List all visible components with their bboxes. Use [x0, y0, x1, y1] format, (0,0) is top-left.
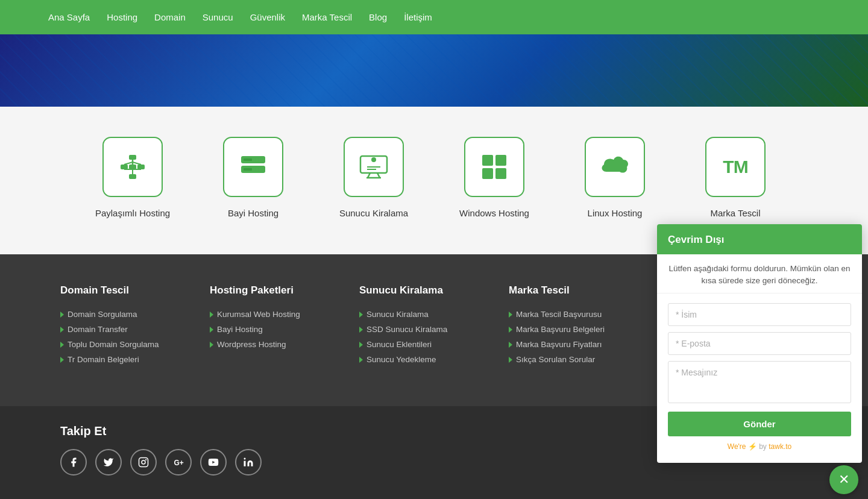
- service-paylasimli[interactable]: Paylaşımlı Hosting: [72, 137, 193, 218]
- svg-point-14: [255, 158, 259, 162]
- chat-message-input[interactable]: [668, 361, 851, 403]
- svg-rect-28: [482, 168, 493, 179]
- social-googleplus[interactable]: G+: [165, 449, 192, 475]
- chat-name-input[interactable]: [668, 303, 851, 326]
- footer-col-domain-title: Domain Tescil: [60, 284, 210, 297]
- tm-label: TM: [723, 157, 747, 177]
- svg-rect-18: [244, 168, 252, 171]
- service-icon-tm: TM: [705, 137, 766, 197]
- service-bayi[interactable]: Bayi Hosting: [193, 137, 313, 218]
- chat-close-button[interactable]: ✕: [829, 465, 858, 494]
- footer-link-domain-4[interactable]: Tr Domain Belgeleri: [60, 355, 210, 364]
- service-icon-cloud: [585, 137, 645, 197]
- svg-point-31: [142, 460, 145, 464]
- footer-col-marka: Marka Tescil Marka Tescil Başvurusu Mark…: [509, 284, 658, 370]
- service-label-windows: Windows Hosting: [459, 208, 529, 218]
- svg-rect-2: [129, 165, 136, 169]
- social-youtube[interactable]: [200, 449, 227, 475]
- footer-link-sunucu-4[interactable]: Sunucu Yedekleme: [359, 355, 509, 364]
- chat-email-input[interactable]: [668, 332, 851, 355]
- svg-point-16: [255, 168, 259, 171]
- chat-widget: Çevrim Dışı Lütfen aşağıdaki formu doldu…: [657, 224, 862, 463]
- nav-guvenlik[interactable]: Güvenlik: [250, 12, 285, 22]
- footer-link-domain-3[interactable]: Toplu Domain Sorgulama: [60, 340, 210, 349]
- footer-col-domain-links: Domain Sorgulama Domain Transfer Toplu D…: [60, 310, 210, 364]
- footer-link-marka-1[interactable]: Marka Tescil Başvurusu: [509, 310, 658, 319]
- nav-blog[interactable]: Blog: [369, 12, 387, 22]
- svg-point-36: [244, 458, 246, 460]
- footer-link-hosting-1[interactable]: Kurumsal Web Hosting: [210, 310, 359, 319]
- nav-sunucu[interactable]: Sunucu: [203, 12, 233, 22]
- social-twitter[interactable]: [95, 449, 122, 475]
- footer-col-sunucu: Sunucu Kiralama Sunucu Kiralama SSD Sunu…: [359, 284, 509, 370]
- social-instagram[interactable]: [130, 449, 157, 475]
- service-icon-server: [223, 137, 283, 197]
- footer-col-hosting: Hosting Paketleri Kurumsal Web Hosting B…: [210, 284, 359, 370]
- footer-col-domain: Domain Tescil Domain Sorgulama Domain Tr…: [60, 284, 210, 370]
- svg-point-13: [260, 158, 263, 162]
- footer-col-sunucu-title: Sunucu Kiralama: [359, 284, 509, 297]
- svg-point-23: [371, 157, 376, 162]
- footer-link-marka-2[interactable]: Marka Başvuru Belgeleri: [509, 325, 658, 334]
- nav-domain[interactable]: Domain: [154, 12, 186, 22]
- chat-header: Çevrim Dışı: [657, 224, 862, 254]
- svg-rect-26: [482, 155, 493, 166]
- svg-line-6: [133, 162, 141, 165]
- tawk-lightning: ⚡: [748, 442, 757, 451]
- svg-rect-9: [129, 174, 136, 179]
- svg-rect-30: [139, 458, 148, 467]
- footer-link-domain-2[interactable]: Domain Transfer: [60, 325, 210, 334]
- svg-point-15: [260, 168, 263, 171]
- footer-col-marka-links: Marka Tescil Başvurusu Marka Başvuru Bel…: [509, 310, 658, 364]
- service-icon-monitor: [344, 137, 404, 197]
- footer-link-hosting-2[interactable]: Bayi Hosting: [210, 325, 359, 334]
- service-windows[interactable]: Windows Hosting: [434, 137, 555, 218]
- chat-send-button[interactable]: Gönder: [668, 412, 851, 436]
- nav-marka[interactable]: Marka Tescil: [302, 12, 352, 22]
- social-linkedin[interactable]: [235, 449, 262, 475]
- service-label-paylasimli: Paylaşımlı Hosting: [95, 208, 170, 218]
- service-label-marka: Marka Tescil: [710, 208, 760, 218]
- svg-rect-3: [137, 165, 145, 169]
- service-icon-windows: [464, 137, 524, 197]
- chat-tawk-attribution: We're ⚡ by tawk.to: [668, 442, 851, 457]
- footer-link-domain-1[interactable]: Domain Sorgulama: [60, 310, 210, 319]
- footer-link-marka-4[interactable]: Sıkça Sorulan Sorular: [509, 355, 658, 364]
- svg-text:G+: G+: [174, 459, 184, 467]
- chat-subtext: Lütfen aşağıdaki formu doldurun. Mümkün …: [657, 254, 862, 294]
- footer-col-hosting-links: Kurumsal Web Hosting Bayi Hosting Wordpr…: [210, 310, 359, 349]
- footer-link-sunucu-1[interactable]: Sunucu Kiralama: [359, 310, 509, 319]
- nav-home[interactable]: Ana Sayfa: [48, 12, 90, 22]
- service-icon-network: [102, 137, 163, 197]
- svg-rect-35: [244, 461, 246, 466]
- footer-col-hosting-title: Hosting Paketleri: [210, 284, 359, 297]
- svg-rect-29: [495, 168, 506, 179]
- service-sunucu[interactable]: Sunucu Kiralama: [313, 137, 434, 218]
- svg-rect-17: [244, 158, 252, 161]
- service-marka[interactable]: TM Marka Tescil: [675, 137, 796, 218]
- service-label-bayi: Bayi Hosting: [228, 208, 278, 218]
- footer-col-marka-title: Marka Tescil: [509, 284, 658, 297]
- service-linux[interactable]: Linux Hosting: [555, 137, 675, 218]
- nav-iletisim[interactable]: İletişim: [404, 12, 432, 22]
- svg-point-32: [145, 459, 146, 460]
- footer-link-sunucu-3[interactable]: Sunucu Eklentileri: [359, 340, 509, 349]
- footer-link-hosting-3[interactable]: Wordpress Hosting: [210, 340, 359, 349]
- footer-link-sunucu-2[interactable]: SSD Sunucu Kiralama: [359, 325, 509, 334]
- hero-section: [0, 34, 868, 107]
- footer-link-marka-3[interactable]: Marka Başvuru Fiyatları: [509, 340, 658, 349]
- service-label-linux: Linux Hosting: [588, 208, 643, 218]
- footer-col-sunucu-links: Sunucu Kiralama SSD Sunucu Kiralama Sunu…: [359, 310, 509, 364]
- nav-hosting[interactable]: Hosting: [107, 12, 137, 22]
- chat-form: Gönder We're ⚡ by tawk.to: [657, 293, 862, 463]
- navbar: Ana Sayfa Hosting Domain Sunucu Güvenlik…: [0, 0, 868, 34]
- svg-line-5: [124, 162, 133, 165]
- social-facebook[interactable]: [60, 449, 87, 475]
- svg-rect-1: [121, 165, 128, 169]
- service-label-sunucu: Sunucu Kiralama: [339, 208, 408, 218]
- svg-rect-27: [495, 155, 506, 166]
- svg-rect-0: [129, 155, 136, 160]
